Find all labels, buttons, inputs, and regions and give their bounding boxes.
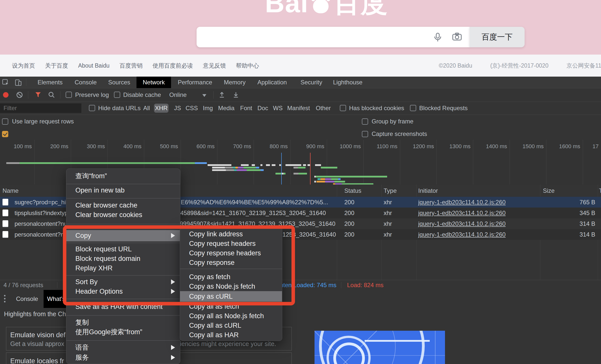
show-overview-checkbox[interactable] (2, 131, 8, 137)
camera-icon[interactable] (452, 32, 462, 41)
filter-type-ws[interactable]: WS (273, 102, 283, 115)
filter-input[interactable] (0, 103, 81, 113)
col-initiator[interactable]: Initiator (418, 185, 438, 197)
submenu-item-copy-all-as-har[interactable]: Copy all as HAR (180, 330, 282, 340)
request-initiator-link[interactable]: jquery-1-edb203c114.10.2.js:260 (418, 197, 506, 208)
tab-application[interactable]: Application (257, 77, 287, 88)
tab-security[interactable]: Security (300, 77, 322, 88)
record-icon[interactable] (3, 92, 9, 98)
document-icon (3, 231, 8, 238)
request-status: 200 (344, 218, 354, 229)
filter-type-js[interactable]: JS (174, 102, 181, 115)
chevron-down-icon[interactable] (202, 94, 206, 97)
menu-item-copy-cjk[interactable]: 复制 (66, 318, 180, 327)
filter-type-media[interactable]: Media (218, 102, 234, 115)
ruler-tick-label: 100 ms (0, 140, 32, 153)
waterfall-bar (260, 169, 264, 171)
device-toolbar-icon[interactable] (15, 79, 22, 86)
tab-elements[interactable]: Elements (38, 77, 63, 88)
ruler-tick-label: 800 ms (252, 140, 288, 153)
use-large-rows-checkbox[interactable] (2, 118, 8, 125)
filter-type-xhr[interactable]: XHR (154, 104, 169, 113)
filter-type-doc[interactable]: Doc (257, 102, 268, 115)
request-type: xhr (384, 229, 392, 240)
drawer-tab-console[interactable]: Console (16, 290, 38, 308)
hide-data-urls-checkbox[interactable] (89, 105, 95, 111)
microphone-icon[interactable] (433, 32, 442, 42)
filter-type-all[interactable]: All (143, 102, 150, 115)
menu-item-services[interactable]: 服务 (66, 353, 180, 362)
search-input[interactable] (197, 27, 470, 47)
waterfall-bar (208, 164, 231, 166)
baidu-logo: Bai 百度 (265, 0, 388, 21)
capture-screenshots-checkbox[interactable] (362, 131, 368, 137)
tab-console[interactable]: Console (75, 77, 97, 88)
nav-link-about-cn[interactable]: 关于百度 (45, 62, 68, 70)
waterfall-bar (334, 181, 345, 183)
waterfall-bar (20, 162, 195, 164)
filter-type-img[interactable]: Img (203, 102, 213, 115)
menu-item-search-from[interactable]: 查询“from” (66, 171, 180, 181)
has-blocked-cookies-checkbox[interactable] (340, 105, 346, 111)
import-har-icon[interactable] (218, 91, 225, 98)
nav-link-feedback[interactable]: 意见反馈 (203, 62, 226, 70)
ruler-tick-label: 1500 ms (508, 140, 544, 153)
menu-item-clear-cache[interactable]: Clear browser cache (66, 201, 180, 210)
waterfall-bar (252, 164, 255, 166)
menu-item-google-search[interactable]: 使用Google搜索“from” (66, 327, 180, 337)
filter-type-css[interactable]: CSS (186, 102, 198, 115)
request-initiator-link[interactable]: jquery-1-edb203c114.10.2.js:260 (418, 229, 506, 240)
disable-cache-checkbox[interactable] (114, 92, 120, 98)
tab-performance[interactable]: Performance (178, 77, 212, 88)
filter-type-font[interactable]: Font (240, 102, 252, 115)
tab-memory[interactable]: Memory (224, 77, 246, 88)
throttling-select[interactable]: Online (169, 88, 187, 102)
col-time[interactable]: T (599, 185, 601, 197)
request-initiator-link[interactable]: jquery-1-edb203c114.10.2.js:260 (418, 218, 506, 229)
clear-icon[interactable] (16, 91, 23, 98)
search-icon[interactable] (48, 91, 55, 98)
nav-link-marketing[interactable]: 百度营销 (119, 62, 142, 70)
waterfall-bar (331, 178, 338, 180)
request-size: 345 B (540, 208, 595, 218)
inspect-icon[interactable] (2, 79, 10, 86)
hide-data-urls-label: Hide data URLs (98, 102, 140, 115)
menu-item-open-new-tab[interactable]: Open in new tab (66, 186, 180, 195)
col-size[interactable]: Size (543, 185, 555, 197)
filter-type-other[interactable]: Other (316, 102, 331, 115)
preserve-log-checkbox[interactable] (66, 92, 72, 98)
col-type[interactable]: Type (384, 185, 397, 197)
tab-network[interactable]: Network (136, 77, 171, 88)
menu-item-speech[interactable]: 语音 (66, 343, 180, 352)
screen: Bai 百度 (0, 0, 601, 364)
waterfall-bar (243, 167, 256, 168)
waterfall-bar (237, 169, 247, 171)
tab-lighthouse[interactable]: Lighthouse (333, 77, 362, 88)
tab-sources[interactable]: Sources (108, 77, 130, 88)
request-initiator-link[interactable]: jquery-1-edb203c114.10.2.js:260 (418, 208, 506, 218)
request-name: personalcontent?nu (15, 229, 67, 240)
waterfall-bar (298, 173, 307, 174)
kebab-menu-icon[interactable] (4, 295, 6, 303)
export-har-icon[interactable] (232, 91, 239, 98)
request-url-tail: E6%92%AD%E6%94%BE%E5%99%A8%22%7D%5... (181, 197, 328, 208)
baidu-nav: 设为首页 关于百度 About Baidu 百度营销 使用百度前必读 意见反馈 … (0, 55, 601, 77)
nav-link-must-read[interactable]: 使用百度前必读 (153, 62, 193, 70)
submenu-item-copy-all-as-nodejs-fetch[interactable]: Copy all as Node.js fetch (180, 311, 282, 321)
nav-link-about-en[interactable]: About Baidu (78, 62, 109, 69)
baidu-search-button[interactable]: 百度一下 (470, 27, 525, 47)
filter-type-manifest[interactable]: Manifest (287, 102, 310, 115)
nav-link-help[interactable]: 帮助中心 (236, 62, 259, 70)
baidu-page: Bai 百度 (0, 0, 601, 77)
request-name: sugrec?prod=pc_his& (15, 197, 73, 208)
submenu-item-copy-all-as-curl[interactable]: Copy all as cURL (180, 321, 282, 330)
col-name[interactable]: Name (3, 185, 19, 197)
blocked-requests-checkbox[interactable] (410, 105, 416, 111)
filter-icon[interactable] (35, 91, 42, 98)
group-by-frame-checkbox[interactable] (362, 118, 368, 125)
capture-screenshots-label: Capture screenshots (372, 128, 427, 140)
waterfall-bar (225, 167, 233, 168)
menu-item-clear-cookies[interactable]: Clear browser cookies (66, 210, 180, 220)
nav-link-set-home[interactable]: 设为首页 (12, 62, 35, 70)
col-status[interactable]: Status (344, 185, 361, 197)
